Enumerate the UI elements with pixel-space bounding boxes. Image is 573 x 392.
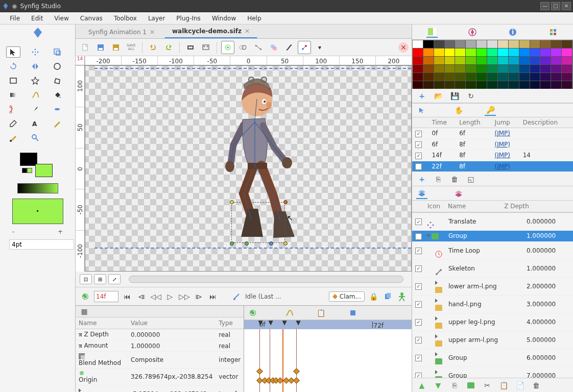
palette-swatch[interactable] [445, 65, 456, 73]
palette-swatch[interactable] [455, 73, 466, 81]
palette-swatch[interactable] [445, 48, 456, 57]
palette-swatch[interactable] [551, 48, 562, 57]
palette-swatch[interactable] [509, 57, 519, 65]
palette-swatch[interactable] [519, 65, 530, 73]
draft-button[interactable] [282, 41, 296, 54]
palette-swatch[interactable] [423, 48, 434, 57]
palette-swatch[interactable] [413, 65, 423, 73]
timeloop-icon[interactable] [247, 307, 258, 318]
current-frame-input[interactable] [94, 291, 118, 302]
save-all-button[interactable]: SAVE ALL [125, 41, 138, 54]
next-keyframe-button[interactable]: ⧐ [193, 291, 204, 302]
menu-window[interactable]: Window [212, 15, 236, 22]
playhead[interactable] [282, 329, 283, 392]
animate-button[interactable] [298, 41, 311, 54]
palette-swatch[interactable] [551, 73, 562, 81]
palette-swatch[interactable] [487, 81, 498, 89]
palette-swatch[interactable] [476, 81, 487, 89]
scale-tool[interactable] [50, 46, 64, 58]
layer-copy-button[interactable]: 📋 [498, 380, 509, 391]
palette-swatch[interactable] [551, 40, 562, 48]
palette-swatch[interactable] [530, 65, 541, 73]
guide-line[interactable] [94, 248, 411, 249]
palette-swatch[interactable] [476, 48, 487, 57]
param-row[interactable]: Origin326.789674px,-2038.8254vector [76, 369, 244, 385]
keyframe-row[interactable]: ✓22f8f(JMP) [412, 161, 573, 172]
palette-swatch[interactable] [540, 65, 551, 73]
palette-swatch[interactable] [445, 73, 456, 81]
keyframe-key-icon[interactable]: 🔑 [485, 105, 496, 116]
render-button[interactable] [184, 41, 197, 54]
palette-swatch[interactable] [530, 48, 541, 57]
palette-swatch[interactable] [530, 81, 541, 89]
palette-swatch[interactable] [551, 57, 562, 65]
palette-swatch[interactable] [540, 57, 551, 65]
eyedrop-tool[interactable] [6, 118, 20, 129]
save-palette-button[interactable]: 💾 [449, 90, 460, 102]
palette-swatch[interactable] [519, 73, 530, 81]
palette-swatch[interactable] [423, 73, 434, 81]
palette-swatch[interactable] [519, 57, 530, 65]
palette-swatch[interactable] [423, 57, 434, 65]
params-tab-icon[interactable]: ▦ [79, 306, 90, 317]
redo-button[interactable] [162, 41, 175, 54]
palette-swatch[interactable] [466, 48, 476, 57]
window-close-button[interactable]: ✕ [562, 2, 571, 10]
handle-br[interactable] [283, 241, 288, 246]
curves-icon[interactable] [284, 307, 295, 318]
palette-swatch[interactable] [509, 48, 519, 57]
palette-swatch[interactable] [530, 57, 541, 65]
palette-swatch[interactable] [476, 73, 487, 81]
text-tool[interactable]: A [28, 118, 42, 129]
save-button[interactable] [94, 41, 107, 54]
palette-swatch[interactable] [498, 65, 509, 73]
copy-button[interactable] [382, 291, 393, 302]
draw-tool[interactable] [28, 104, 42, 115]
palette-swatch[interactable] [519, 48, 530, 57]
palette-swatch[interactable] [498, 81, 509, 89]
brush-tool[interactable] [6, 132, 20, 143]
prev-keyframe-button[interactable]: ⧏ [136, 291, 147, 302]
handle-tr[interactable] [283, 200, 288, 204]
palette-swatch[interactable] [434, 40, 445, 48]
layer-cut-button[interactable]: ✂ [482, 380, 493, 391]
palette-swatch[interactable] [423, 81, 434, 89]
palette-swatch[interactable] [455, 65, 466, 73]
expand-button[interactable]: ⤢ [108, 274, 121, 284]
close-icon[interactable]: ✕ [245, 28, 250, 35]
keyframe-properties-button[interactable]: ◱ [465, 174, 476, 185]
palette-swatch[interactable] [562, 81, 572, 89]
seek-end-button[interactable]: ⏭ [207, 291, 219, 302]
prev-frame-button[interactable]: ◁◁ [150, 291, 161, 302]
window-menu-icon[interactable]: ◉ [12, 3, 17, 10]
palette-swatch[interactable] [487, 40, 498, 48]
layers-tab-icon[interactable] [416, 188, 427, 199]
palette-swatch[interactable] [476, 40, 487, 48]
menu-view[interactable]: View [54, 15, 68, 22]
timeline-ruler[interactable]: 0f |72f ▼ ▼ ▼ ▼ [244, 320, 412, 329]
gradient-tool[interactable] [6, 89, 20, 101]
palette-swatch[interactable] [519, 40, 530, 48]
handle-bl[interactable] [230, 241, 234, 246]
info-tab-icon[interactable]: i [507, 27, 518, 38]
layer-duplicate-button[interactable]: ⎘ [449, 380, 460, 391]
palette-swatch[interactable] [551, 65, 562, 73]
keyframe-row[interactable]: ✓14f8f(JMP)14 [412, 150, 573, 161]
color-palette[interactable] [412, 40, 573, 89]
keyframe-row[interactable]: ✓6f8f(JMP) [412, 139, 573, 150]
keyframe-select-icon[interactable] [416, 105, 427, 116]
selection-box[interactable] [231, 202, 285, 243]
keyframe-hand-icon[interactable]: ✋ [453, 105, 464, 116]
layer-row[interactable]: ✓Translate0.000000 [412, 213, 573, 231]
save-as-button[interactable] [109, 41, 123, 54]
circle-tool[interactable] [50, 61, 64, 72]
sketch-tool[interactable] [50, 118, 64, 129]
palette-swatch[interactable] [413, 73, 423, 81]
layer-row[interactable]: ✓hand-l.png3.000000 [412, 295, 573, 313]
palette-swatch[interactable] [445, 57, 456, 65]
load-palette-button[interactable]: 📂 [433, 90, 444, 102]
transform-tool[interactable] [6, 46, 20, 58]
reset-palette-button[interactable]: ↻ [465, 90, 476, 102]
layer-paste-button[interactable]: 📄 [514, 380, 526, 391]
layer-row[interactable]: ✓Group1.000000 [412, 231, 573, 242]
